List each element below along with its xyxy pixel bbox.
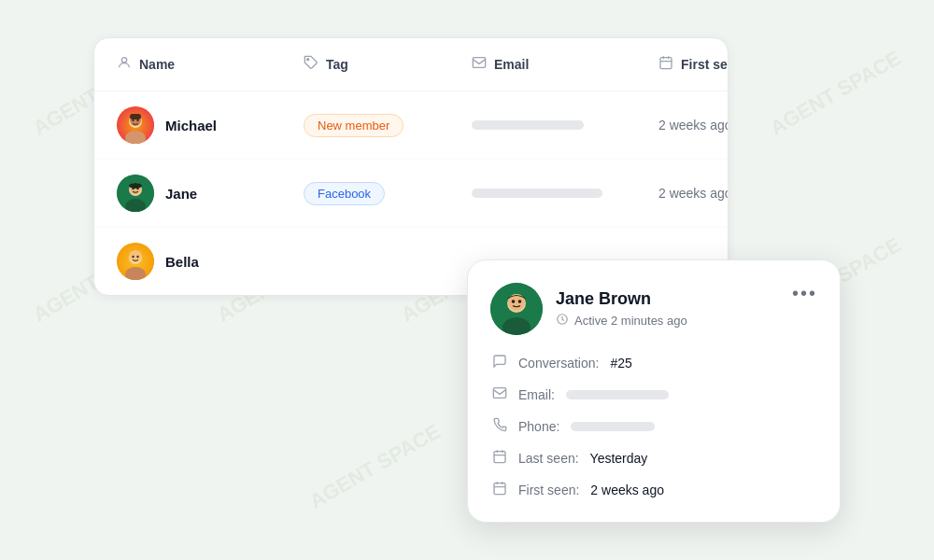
detail-field-phone: Phone: bbox=[490, 417, 817, 436]
avatar-bella bbox=[117, 243, 154, 280]
detail-field-last-seen: Last seen: Yesterday bbox=[490, 449, 817, 468]
name-cell-jane: Jane bbox=[117, 175, 304, 212]
svg-rect-33 bbox=[494, 483, 505, 495]
person-icon bbox=[117, 55, 132, 74]
phone-icon bbox=[490, 417, 509, 436]
col-header-email: Email bbox=[472, 55, 658, 74]
email-placeholder-jane bbox=[472, 189, 602, 198]
table-row[interactable]: Michael New member 2 weeks ago bbox=[94, 91, 728, 160]
svg-rect-3 bbox=[660, 58, 672, 69]
email-placeholder-michael bbox=[472, 120, 584, 130]
svg-rect-10 bbox=[130, 114, 141, 119]
tag-icon bbox=[304, 55, 318, 74]
tag-new-member[interactable]: New member bbox=[304, 114, 403, 137]
col-header-name: Name bbox=[117, 55, 304, 74]
detail-fields: Conversation: #25 Email: bbox=[490, 354, 817, 499]
calendar-icon bbox=[658, 55, 673, 74]
svg-point-9 bbox=[136, 119, 138, 121]
detail-field-conversation: Conversation: #25 bbox=[490, 354, 817, 372]
col-header-tag: Tag bbox=[304, 55, 472, 74]
conversation-value: #25 bbox=[610, 356, 631, 371]
svg-point-22 bbox=[132, 256, 134, 258]
first-seen-label: First seen: bbox=[518, 483, 579, 497]
last-seen-label: Last seen: bbox=[518, 451, 579, 466]
email-field-placeholder bbox=[566, 390, 669, 399]
clock-icon bbox=[556, 313, 569, 329]
first-seen-value: 2 weeks ago bbox=[590, 483, 664, 497]
svg-rect-31 bbox=[493, 388, 505, 399]
svg-rect-17 bbox=[129, 183, 142, 189]
table-header: Name Tag Email bbox=[94, 38, 728, 91]
svg-point-8 bbox=[132, 119, 134, 121]
conversation-icon bbox=[490, 354, 509, 372]
first-seen-michael: 2 weeks ago bbox=[658, 118, 729, 133]
svg-point-23 bbox=[136, 256, 138, 258]
tag-facebook[interactable]: Facebook bbox=[304, 182, 385, 205]
table-card: Name Tag Email bbox=[93, 37, 729, 296]
svg-point-29 bbox=[518, 300, 522, 303]
last-seen-calendar-icon bbox=[490, 449, 509, 468]
name-jane: Jane bbox=[165, 186, 197, 202]
avatar-jane bbox=[117, 175, 154, 212]
email-cell-michael bbox=[472, 120, 658, 130]
avatar-michael bbox=[117, 106, 154, 144]
detail-name: Jane Brown bbox=[556, 289, 687, 309]
detail-avatar-jane bbox=[490, 283, 543, 335]
email-label: Email: bbox=[518, 387, 555, 402]
phone-field-placeholder bbox=[571, 422, 655, 431]
svg-rect-32 bbox=[494, 452, 505, 463]
svg-rect-2 bbox=[473, 58, 485, 68]
name-cell-bella: Bella bbox=[117, 243, 304, 280]
name-michael: Michael bbox=[165, 118, 217, 133]
first-seen-jane: 2 weeks ago bbox=[658, 186, 729, 201]
detail-name-group: Jane Brown Active 2 minutes ago bbox=[556, 289, 687, 329]
detail-user-info: Jane Brown Active 2 minutes ago bbox=[490, 283, 687, 335]
name-bella: Bella bbox=[165, 254, 199, 270]
tag-cell-jane: Facebook bbox=[304, 182, 472, 205]
col-header-first-seen: First seen bbox=[658, 55, 729, 74]
conversation-label: Conversation: bbox=[518, 356, 599, 371]
email-field-icon bbox=[490, 385, 509, 404]
last-seen-value: Yesterday bbox=[590, 451, 648, 466]
table-row[interactable]: Jane Facebook 2 weeks ago bbox=[94, 160, 728, 228]
svg-point-28 bbox=[512, 300, 516, 303]
email-cell-jane bbox=[472, 189, 658, 198]
name-cell-michael: Michael bbox=[117, 106, 304, 144]
svg-point-0 bbox=[121, 58, 126, 63]
more-options-button[interactable]: ••• bbox=[792, 283, 817, 304]
first-seen-calendar-icon bbox=[490, 481, 509, 499]
detail-header: Jane Brown Active 2 minutes ago ••• bbox=[490, 283, 817, 335]
email-icon bbox=[472, 55, 487, 74]
phone-label: Phone: bbox=[518, 419, 559, 434]
detail-card: Jane Brown Active 2 minutes ago ••• bbox=[467, 259, 841, 523]
detail-status: Active 2 minutes ago bbox=[556, 313, 687, 329]
detail-field-email: Email: bbox=[490, 385, 817, 404]
detail-field-first-seen: First seen: 2 weeks ago bbox=[490, 481, 817, 499]
tag-cell-michael: New member bbox=[304, 114, 472, 137]
svg-point-1 bbox=[307, 59, 309, 61]
